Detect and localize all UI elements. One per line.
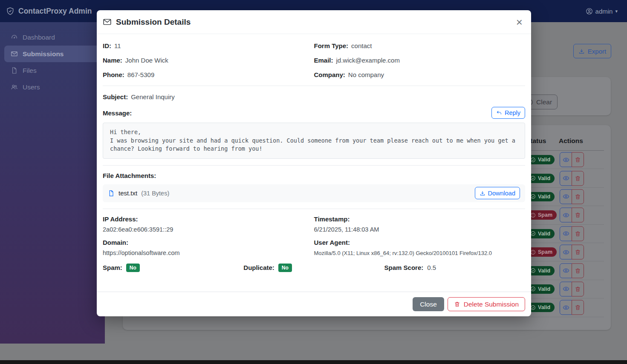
attachment-row: test.txt (31 Bytes) Download: [103, 184, 525, 202]
company-label: Company:: [314, 70, 345, 79]
delete-submission-button[interactable]: Delete Submission: [448, 297, 525, 311]
ip-value: 2a02:6ea0:e606:3591::29: [103, 226, 173, 233]
message-label: Message:: [103, 109, 132, 117]
view-submission-button[interactable]: [560, 300, 572, 315]
spam-score-label: Spam Score:: [384, 264, 424, 271]
trash-icon: [575, 304, 581, 311]
eye-icon: [563, 267, 569, 274]
delete-row-button[interactable]: [572, 171, 584, 186]
row-actions: [560, 171, 584, 186]
delete-row-button[interactable]: [572, 300, 584, 315]
attachment-name: test.txt: [118, 189, 137, 197]
envelope-icon: [11, 50, 18, 57]
trash-icon: [575, 286, 581, 292]
page-footer-strip: [0, 360, 627, 364]
modal-title: Submission Details: [116, 17, 191, 27]
user-menu[interactable]: admin ▾: [586, 8, 618, 15]
form-type-label: Form Type:: [314, 41, 349, 50]
view-submission-button[interactable]: [560, 281, 572, 296]
download-button[interactable]: Download: [475, 187, 520, 199]
user-name: admin: [595, 8, 613, 15]
spam-label: Spam:: [103, 264, 122, 271]
users-icon: [11, 83, 18, 91]
reply-icon: [496, 110, 502, 116]
row-actions: [560, 300, 584, 315]
spam-score-value: 0.5: [427, 264, 436, 271]
column-header-actions: Actions: [559, 137, 583, 145]
modal-body: ID:11 Form Type:contact Name:John Doe Wi…: [97, 34, 531, 292]
company-value: No company: [348, 70, 384, 79]
timestamp-label: Timestamp:: [314, 215, 526, 223]
sidebar-item-submissions[interactable]: Submissions: [4, 46, 101, 62]
domain-value: https://optionalsoftware.com: [103, 249, 180, 256]
reply-button[interactable]: Reply: [491, 107, 525, 119]
trash-icon: [575, 249, 581, 255]
view-submission-button[interactable]: [560, 171, 572, 186]
trash-icon: [575, 157, 581, 163]
trash-icon: [575, 193, 581, 200]
sidebar-item-label: Users: [23, 83, 40, 91]
delete-row-button[interactable]: [572, 281, 584, 296]
delete-row-button[interactable]: [572, 226, 584, 241]
email-value: jd.wick@example.com: [336, 56, 400, 65]
sidebar-item-files[interactable]: Files: [4, 62, 101, 79]
view-submission-button[interactable]: [560, 189, 572, 204]
delete-row-button[interactable]: [572, 245, 584, 260]
delete-row-button[interactable]: [572, 263, 584, 278]
view-submission-button[interactable]: [560, 152, 572, 167]
view-submission-button[interactable]: [560, 226, 572, 241]
eye-icon: [563, 193, 569, 200]
envelope-icon: [103, 17, 112, 26]
sidebar-item-label: Submissions: [23, 50, 64, 58]
close-button[interactable]: Close: [413, 297, 444, 311]
delete-row-button[interactable]: [572, 152, 584, 167]
file-icon: [108, 190, 115, 197]
eye-icon: [563, 212, 569, 218]
id-value: 11: [114, 41, 121, 50]
divider: [103, 209, 525, 209]
row-actions: [560, 226, 584, 241]
phone-value: 867-5309: [127, 70, 154, 79]
download-icon: [578, 48, 585, 54]
duplicate-badge: No: [278, 264, 292, 272]
name-value: John Doe Wick: [125, 56, 168, 65]
user-agent-value: Mozilla/5.0 (X11; Linux x86_64; rv:132.0…: [314, 250, 492, 256]
delete-row-button[interactable]: [572, 208, 584, 223]
sidebar-item-users[interactable]: Users: [4, 79, 101, 95]
modal-footer: Close Delete Submission: [97, 292, 531, 316]
file-icon: [11, 67, 18, 74]
divider: [103, 86, 525, 86]
user-agent-label: User Agent:: [314, 239, 526, 246]
delete-row-button[interactable]: [572, 189, 584, 204]
row-actions: [560, 263, 584, 278]
row-actions: [560, 189, 584, 204]
id-label: ID:: [103, 41, 111, 50]
sidebar-item-dashboard[interactable]: Dashboard: [4, 29, 101, 46]
email-label: Email:: [314, 56, 333, 65]
view-submission-button[interactable]: [560, 245, 572, 260]
attachments-label: File Attachments:: [103, 172, 525, 179]
speedometer-icon: [11, 34, 18, 41]
spam-badge: No: [126, 264, 140, 272]
app-title: ContactProxy Admin: [18, 7, 92, 16]
person-circle-icon: [586, 8, 593, 15]
name-label: Name:: [103, 56, 122, 65]
row-actions: [560, 281, 584, 296]
trash-icon: [575, 212, 581, 218]
export-button[interactable]: Export: [573, 44, 611, 58]
duplicate-label: Duplicate:: [243, 264, 274, 271]
submission-details-modal: Submission Details × ID:11 Form Type:con…: [97, 10, 531, 316]
divider: [103, 165, 525, 166]
close-icon[interactable]: ×: [516, 17, 523, 28]
caret-down-icon: ▾: [615, 9, 618, 14]
domain-label: Domain:: [103, 239, 314, 246]
row-actions: [560, 245, 584, 260]
row-actions: [560, 152, 584, 167]
view-submission-button[interactable]: [560, 208, 572, 223]
phone-label: Phone:: [103, 70, 124, 79]
form-type-value: contact: [351, 41, 372, 50]
eye-icon: [563, 156, 569, 163]
trash-icon: [454, 301, 460, 307]
view-submission-button[interactable]: [560, 263, 572, 278]
trash-icon: [575, 230, 581, 237]
